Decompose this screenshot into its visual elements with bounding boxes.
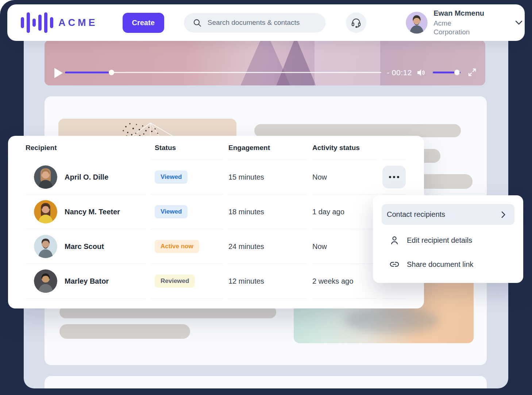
search-input[interactable] <box>207 18 322 27</box>
account-menu[interactable]: Ewan Mcmenu Acme Corporation <box>406 9 525 37</box>
blob-shadow <box>345 308 440 333</box>
video-time-remaining: - 00:12 <box>387 68 412 77</box>
recipient-name: Nancy M. Teeter <box>65 208 120 216</box>
avatar <box>34 200 57 223</box>
chevron-right-icon <box>498 210 508 219</box>
search-icon <box>193 18 202 27</box>
menu-item-label: Contact recipients <box>387 210 498 219</box>
status-badge: Active now <box>155 240 199 253</box>
avatar <box>34 235 57 258</box>
status-badge: Viewed <box>155 205 188 218</box>
menu-item-contact-recipients[interactable]: Contact recipients <box>382 204 514 225</box>
status-badge: Viewed <box>155 170 188 184</box>
user-name: Ewan Mcmenu <box>433 9 489 18</box>
engagement-value: 18 minutes <box>228 208 264 216</box>
col-activity: Activity status <box>312 144 360 152</box>
menu-item-share-link[interactable]: Share document link <box>382 252 514 276</box>
play-icon[interactable] <box>54 68 63 78</box>
avatar <box>34 165 57 189</box>
col-engagement: Engagement <box>228 144 270 152</box>
engagement-value: 12 minutes <box>228 277 264 285</box>
activity-value: 1 day ago <box>312 208 344 216</box>
video-controls: - 00:12 <box>45 40 485 85</box>
table-row: Nancy M. Teeter Viewed 18 minutes 1 day … <box>26 195 414 229</box>
volume-handle[interactable] <box>454 70 460 75</box>
table-row: Marc Scout Active now 24 minutes Now <box>26 229 414 264</box>
search-bar[interactable] <box>184 13 326 32</box>
table-row: April O. Dille Viewed 15 minutes Now <box>26 160 414 195</box>
placeholder-bar <box>254 124 461 137</box>
person-icon <box>389 235 400 246</box>
recipient-name: Marc Scout <box>65 242 104 251</box>
brand-name: ACME <box>58 17 98 28</box>
account-text: Ewan Mcmenu Acme Corporation <box>433 9 489 37</box>
logo-bars-icon <box>21 12 53 33</box>
col-status: Status <box>155 144 176 152</box>
user-company: Acme Corporation <box>433 19 489 37</box>
link-icon <box>389 259 400 270</box>
volume-icon[interactable] <box>417 68 426 77</box>
activity-value: Now <box>312 242 327 251</box>
chevron-down-icon[interactable] <box>513 17 525 28</box>
support-button[interactable] <box>346 12 366 33</box>
row-context-menu: Contact recipients Edit recipient detail… <box>373 195 523 283</box>
fullscreen-icon[interactable] <box>467 67 477 77</box>
menu-item-label: Edit recipient details <box>407 236 472 245</box>
table-row: Marley Bator Reviewed 12 minutes 2 weeks… <box>26 264 414 299</box>
next-section-card <box>45 376 487 388</box>
avatar <box>34 269 57 293</box>
engagement-value: 15 minutes <box>228 173 264 181</box>
video-progress-fill <box>65 72 111 73</box>
col-recipient: Recipient <box>26 144 57 152</box>
activity-value: 2 weeks ago <box>312 277 353 285</box>
engagement-value: 24 minutes <box>228 242 264 251</box>
video-progress-bar[interactable] <box>65 72 381 73</box>
top-navbar: ACME Create <box>7 4 525 41</box>
activity-value: Now <box>312 173 327 181</box>
user-avatar <box>406 12 428 34</box>
volume-slider[interactable] <box>433 72 460 73</box>
video-player: - 00:12 <box>45 40 485 85</box>
brand-logo[interactable]: ACME <box>21 12 98 33</box>
recipient-name: April O. Dille <box>65 173 108 181</box>
headset-icon <box>351 17 362 28</box>
row-actions-button[interactable] <box>382 166 406 188</box>
table-header-row: Recipient Status Engagement Activity sta… <box>26 136 414 160</box>
video-progress-handle[interactable] <box>109 70 114 75</box>
create-button[interactable]: Create <box>123 13 164 33</box>
status-badge: Reviewed <box>155 275 195 288</box>
menu-item-edit-recipient[interactable]: Edit recipient details <box>382 228 514 252</box>
recipients-table-card: Recipient Status Engagement Activity sta… <box>8 136 424 308</box>
placeholder-bar <box>59 324 190 339</box>
menu-item-label: Share document link <box>407 260 473 269</box>
recipient-name: Marley Bator <box>65 277 109 285</box>
